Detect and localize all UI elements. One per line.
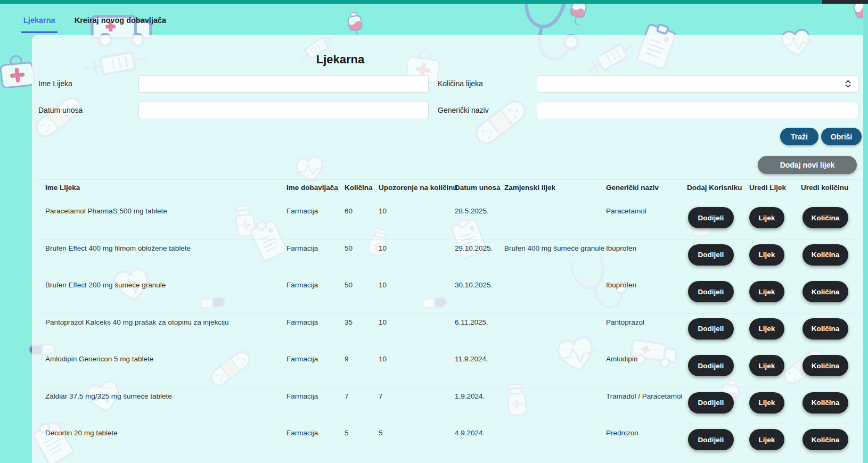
- cell-replacement-medicine: Brufen 400 mg šumeće granule: [504, 244, 604, 252]
- edit-quantity-button[interactable]: Količina: [803, 318, 848, 340]
- cell-quantity-warning: 10: [379, 281, 387, 289]
- cell-medicine-name: Zaldiar 37,5 mg/325 mg šumeće tablete: [45, 392, 172, 400]
- tab-ljekarna[interactable]: Ljekarna: [21, 12, 58, 33]
- cell-entry-date: 30.10.2025.: [455, 281, 493, 289]
- cell-generic-name: Ibuprofen: [606, 281, 636, 289]
- cell-entry-date: 29.10.2025.: [455, 244, 493, 252]
- main-panel: Ljekarna Ime Lijeka Količina lijeka Datu…: [32, 35, 863, 463]
- assign-to-user-button[interactable]: Dodijeli: [688, 281, 734, 302]
- cell-quantity-warning: 5: [379, 429, 383, 437]
- scrollbar-track[interactable]: [863, 4, 868, 463]
- cell-supplier: Farmacija: [286, 281, 318, 289]
- assign-to-user-button[interactable]: Dodijeli: [688, 318, 734, 340]
- cell-entry-date: 11.9.2024.: [455, 355, 488, 363]
- edit-quantity-button[interactable]: Količina: [803, 429, 848, 450]
- cell-generic-name: Paracetamol: [606, 207, 646, 215]
- table-row: Brufen Effect 200 mg šumeće granule Farm…: [36, 276, 860, 313]
- cell-quantity: 50: [345, 244, 353, 252]
- edit-medicine-button[interactable]: Lijek: [749, 355, 784, 376]
- cell-quantity: 7: [345, 392, 349, 400]
- assign-to-user-button[interactable]: Dodijeli: [688, 207, 734, 228]
- edit-medicine-button[interactable]: Lijek: [749, 318, 784, 340]
- assign-to-user-button[interactable]: Dodijeli: [688, 429, 734, 450]
- cell-generic-name: Ibuprofen: [606, 244, 636, 252]
- edit-quantity-button[interactable]: Količina: [803, 281, 848, 302]
- tab-kreiraj-novog-dobavljaca[interactable]: Kreiraj novog dobavljača: [72, 12, 168, 33]
- cell-supplier: Farmacija: [286, 244, 318, 252]
- cell-generic-name: Prednizon: [606, 429, 638, 437]
- cell-entry-date: 1.9.2024.: [455, 392, 485, 400]
- cell-supplier: Farmacija: [286, 207, 318, 215]
- cell-quantity-warning: 7: [379, 392, 383, 400]
- cell-generic-name: Pantoprazol: [606, 318, 644, 326]
- cell-generic-name: Amlodipin: [606, 355, 637, 363]
- edit-medicine-button[interactable]: Lijek: [749, 281, 784, 302]
- cell-medicine-name: Pantoprazol Kalceks 40 mg prašak za otop…: [45, 318, 228, 326]
- table-row: Decortin 20 mg tablete Farmacija 5 5 4.9…: [36, 424, 860, 461]
- cell-quantity-warning: 10: [379, 318, 387, 326]
- table-row: Paracetamol PharmaS 500 mg tablete Farma…: [36, 202, 860, 239]
- table-body: Paracetamol PharmaS 500 mg tablete Farma…: [32, 35, 863, 463]
- cell-quantity: 60: [345, 207, 353, 215]
- cell-quantity-warning: 10: [379, 207, 387, 215]
- table-row: Pantoprazol Kalceks 40 mg prašak za otop…: [36, 313, 860, 350]
- cell-medicine-name: Amlodipin Genericon 5 mg tablete: [45, 355, 153, 363]
- cell-supplier: Farmacija: [286, 392, 318, 400]
- edit-quantity-button[interactable]: Količina: [803, 244, 848, 266]
- assign-to-user-button[interactable]: Dodijeli: [688, 392, 734, 414]
- cell-quantity-warning: 10: [379, 244, 387, 252]
- cell-supplier: Farmacija: [286, 318, 318, 326]
- edit-quantity-button[interactable]: Količina: [803, 355, 848, 376]
- cell-medicine-name: Decortin 20 mg tablete: [45, 429, 118, 437]
- cell-supplier: Farmacija: [286, 355, 318, 363]
- assign-to-user-button[interactable]: Dodijeli: [688, 244, 734, 266]
- top-strip-dark-segment: [822, 0, 868, 4]
- cell-quantity-warning: 10: [379, 355, 387, 363]
- cell-supplier: Farmacija: [286, 429, 318, 437]
- edit-quantity-button[interactable]: Količina: [803, 207, 848, 228]
- cell-entry-date: 28.5.2025.: [455, 207, 489, 215]
- pattern-iv-bag-icon: [558, 0, 597, 31]
- cell-entry-date: 6.11.2025.: [455, 318, 488, 326]
- edit-medicine-button[interactable]: Lijek: [749, 392, 784, 414]
- cell-quantity: 35: [345, 318, 353, 326]
- edit-quantity-button[interactable]: Količina: [803, 392, 848, 414]
- table-row: Brufen Effect 400 mg filmom obložene tab…: [36, 239, 860, 276]
- edit-medicine-button[interactable]: Lijek: [749, 207, 784, 228]
- cell-medicine-name: Brufen Effect 400 mg filmom obložene tab…: [45, 244, 191, 252]
- edit-medicine-button[interactable]: Lijek: [749, 244, 784, 266]
- cell-generic-name: Tramadol / Paracetamol: [606, 392, 683, 400]
- table-row: Zaldiar 37,5 mg/325 mg šumeće tablete Fa…: [36, 387, 860, 424]
- tab-bar: Ljekarna Kreiraj novog dobavljača: [21, 12, 168, 33]
- cell-medicine-name: Paracetamol PharmaS 500 mg tablete: [45, 207, 167, 215]
- cell-quantity: 9: [345, 355, 349, 363]
- edit-medicine-button[interactable]: Lijek: [749, 429, 784, 450]
- assign-to-user-button[interactable]: Dodijeli: [688, 355, 734, 376]
- table-row: Amlodipin Genericon 5 mg tablete Farmaci…: [36, 350, 860, 387]
- cell-quantity: 50: [345, 281, 353, 289]
- top-accent-strip: [0, 0, 868, 4]
- cell-quantity: 5: [345, 429, 349, 437]
- cell-medicine-name: Brufen Effect 200 mg šumeće granule: [45, 281, 166, 289]
- cell-entry-date: 4.9.2024.: [455, 429, 485, 437]
